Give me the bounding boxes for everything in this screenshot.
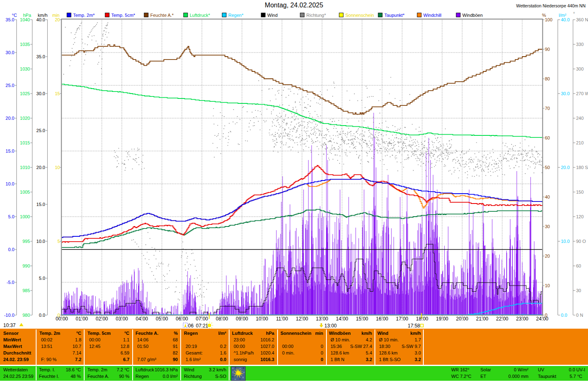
svg-text:0.0: 0.0 [39, 313, 45, 318]
svg-text:Taupunkt*: Taupunkt* [384, 13, 405, 18]
svg-text:35.0: 35.0 [6, 17, 14, 22]
svg-text:15: 15 [55, 91, 60, 96]
svg-text:1025: 1025 [20, 91, 30, 96]
svg-text:Montag, 24.02.2025: Montag, 24.02.2025 [265, 2, 323, 9]
svg-text:300: 300 [576, 66, 583, 71]
svg-text:1000: 1000 [20, 214, 30, 219]
svg-text:10.0: 10.0 [6, 181, 14, 186]
svg-text:Wind: Wind [267, 13, 278, 18]
svg-text:-5.0: -5.0 [7, 280, 14, 285]
svg-text:30: 30 [545, 224, 550, 229]
svg-text:5.0: 5.0 [39, 276, 45, 281]
svg-text:25.0: 25.0 [37, 128, 45, 133]
svg-text:100: 100 [545, 17, 552, 22]
svg-text:1020: 1020 [20, 116, 30, 121]
svg-text:01:00: 01:00 [76, 316, 88, 322]
svg-text:24:00: 24:00 [536, 316, 548, 322]
svg-text:1015: 1015 [20, 140, 30, 145]
svg-text:5.0: 5.0 [8, 214, 14, 219]
svg-text:14:00: 14:00 [336, 316, 348, 322]
svg-text:20.0: 20.0 [37, 165, 45, 170]
svg-text:15:00: 15:00 [356, 316, 368, 322]
svg-text:10:37: 10:37 [3, 323, 16, 328]
svg-text:20:00: 20:00 [456, 316, 468, 322]
svg-text:60: 60 [545, 135, 550, 140]
svg-text:1040: 1040 [20, 17, 30, 22]
svg-text:08:00: 08:00 [216, 316, 228, 322]
svg-text:150: 150 [576, 190, 583, 194]
svg-text:23:00: 23:00 [516, 316, 528, 322]
svg-text:02:00: 02:00 [96, 316, 108, 322]
svg-text:10.0: 10.0 [37, 239, 45, 244]
svg-text:Sonnenschein: Sonnenschein [345, 13, 374, 18]
svg-text:0 N: 0 N [576, 313, 583, 318]
svg-text:16:00: 16:00 [376, 316, 388, 322]
svg-text:330: 330 [576, 42, 583, 47]
svg-text:5: 5 [57, 239, 60, 244]
svg-text:980: 980 [23, 313, 30, 318]
svg-text:40: 40 [545, 194, 550, 199]
svg-text:09:00: 09:00 [236, 316, 248, 322]
svg-text:13:00: 13:00 [316, 316, 328, 322]
svg-text:90 O: 90 O [576, 239, 586, 244]
svg-text:17:58: 17:58 [408, 323, 420, 329]
svg-text:Wetterstation Niedersorpe 440m: Wetterstation Niedersorpe 440m NN [516, 3, 586, 8]
svg-text:60: 60 [576, 263, 581, 268]
svg-text:1005: 1005 [20, 190, 30, 194]
svg-text:10.0: 10.0 [561, 239, 570, 244]
svg-text:10: 10 [545, 283, 550, 288]
svg-text:1035: 1035 [20, 42, 30, 47]
svg-text:25.0: 25.0 [6, 83, 14, 88]
svg-text:17:00: 17:00 [396, 316, 408, 322]
svg-text:19:00: 19:00 [436, 316, 448, 322]
svg-text:30.0: 30.0 [561, 91, 570, 96]
svg-text:20: 20 [55, 17, 60, 22]
svg-text:20: 20 [545, 254, 550, 258]
svg-text:Richtung*: Richtung* [306, 13, 326, 18]
svg-text:13:00: 13:00 [324, 323, 337, 329]
svg-text:22:00: 22:00 [496, 316, 508, 322]
svg-text:995: 995 [23, 239, 30, 244]
svg-text:11:00: 11:00 [276, 316, 288, 322]
svg-text:-10.0: -10.0 [4, 313, 14, 318]
svg-text:Luftdruck*: Luftdruck* [190, 13, 210, 18]
svg-text:18:00: 18:00 [416, 316, 428, 322]
svg-text:0.0: 0.0 [8, 247, 14, 252]
svg-text:0.0: 0.0 [561, 313, 567, 318]
svg-text:180 S: 180 S [576, 165, 588, 170]
svg-text:03:00: 03:00 [116, 316, 128, 322]
svg-text:30.0: 30.0 [6, 50, 14, 55]
svg-text:Regen*: Regen* [228, 13, 243, 18]
svg-text:00:00: 00:00 [55, 316, 68, 322]
svg-text:990: 990 [23, 263, 30, 268]
svg-text:Temp. 2m*: Temp. 2m* [73, 13, 95, 18]
svg-text:70: 70 [545, 106, 550, 111]
svg-text:35.0: 35.0 [37, 54, 45, 59]
svg-text:10:00: 10:00 [256, 316, 268, 322]
svg-text:04:00: 04:00 [136, 316, 148, 322]
svg-text:05:00: 05:00 [156, 316, 168, 322]
svg-text:06: 06 [188, 323, 194, 329]
svg-text:°: ° [573, 11, 575, 16]
svg-text:30: 30 [576, 288, 581, 293]
svg-text:270 W: 270 W [576, 91, 588, 96]
svg-text:15.0: 15.0 [37, 202, 45, 207]
svg-text:1030: 1030 [20, 66, 30, 71]
svg-text:15.0: 15.0 [6, 149, 14, 153]
svg-text:12:00: 12:00 [296, 316, 308, 322]
svg-text:30.0: 30.0 [37, 91, 45, 96]
svg-text:Temp. 5cm*: Temp. 5cm* [111, 13, 136, 18]
svg-text:50: 50 [545, 165, 550, 170]
svg-text:210: 210 [576, 140, 583, 145]
svg-text:240: 240 [576, 116, 583, 121]
svg-text:21:00: 21:00 [476, 316, 488, 322]
svg-text:06:00: 06:00 [176, 316, 188, 322]
svg-text:40.0: 40.0 [37, 17, 45, 22]
svg-text:Windchill: Windchill [423, 13, 441, 18]
svg-text:20.0: 20.0 [6, 116, 14, 121]
svg-text:1010: 1010 [20, 165, 30, 170]
svg-text:10: 10 [55, 165, 60, 170]
svg-text:985: 985 [23, 288, 30, 293]
svg-text:40.0: 40.0 [561, 17, 570, 22]
svg-text:360 N: 360 N [576, 17, 588, 22]
